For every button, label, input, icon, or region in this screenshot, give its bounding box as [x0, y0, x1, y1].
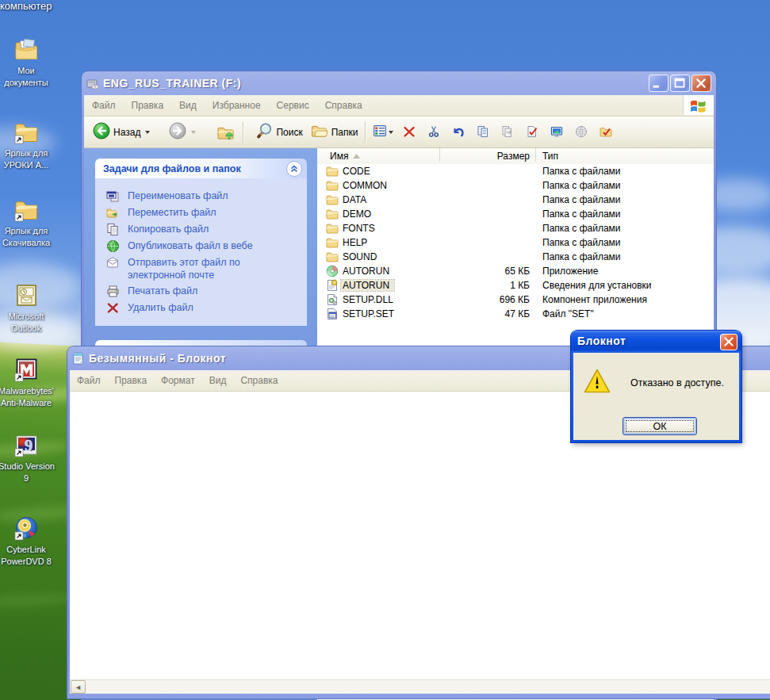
scroll-left-button[interactable]: ◄ — [71, 680, 86, 694]
folders-button[interactable]: Папки — [307, 122, 362, 142]
task-rename[interactable]: Переименовать файл — [106, 189, 302, 203]
file-row-SETUP.SET[interactable]: SETUP.SET47 КБФайл "SET" — [317, 307, 714, 321]
file-name: CODE — [341, 166, 372, 177]
notepad-menu-Формат[interactable]: Формат — [154, 375, 202, 386]
desktop-icon-studio-version-9[interactable]: 9Studio Version9 — [0, 432, 54, 484]
task-delete[interactable]: Удалить файл — [106, 301, 302, 315]
desktop-label-computer[interactable]: компьютер — [0, 1, 119, 13]
folder-shortcut-uroki-icon — [13, 119, 40, 145]
back-icon — [93, 122, 110, 142]
file-row-FONTS[interactable]: FONTSПапка с файлами — [317, 221, 714, 235]
copy-icon — [477, 125, 490, 139]
column-header-type[interactable]: Тип — [536, 148, 714, 162]
file-size: 65 КБ — [440, 266, 530, 277]
delete-button[interactable] — [397, 125, 422, 139]
desktop-icon-malwarebytes[interactable]: Malwarebytes'Anti-Malware — [0, 357, 54, 408]
file-type: Папка с файлами — [542, 251, 621, 262]
desktop-icon-cyberlink-powerdvd[interactable]: CyberLinkPowerDVD 8 — [0, 515, 54, 567]
desktop-icon-my-documents[interactable]: Моидокументы — [0, 36, 54, 88]
menu-Сервис[interactable]: Сервис — [269, 100, 317, 111]
file-tasks-pane: Задачи для файлов и папок Переименовать … — [95, 159, 307, 326]
file-row-CODE[interactable]: CODEПапка с файлами — [317, 164, 714, 178]
views-button[interactable] — [369, 124, 397, 140]
file-dll-icon — [326, 293, 339, 306]
explorer-menubar: ФайлПравкаВидИзбранноеСервисСправка — [84, 95, 714, 117]
copy-button[interactable] — [471, 125, 496, 139]
favorites-button[interactable] — [594, 125, 619, 139]
file-row-SETUP.DLL[interactable]: SETUP.DLL696 КБКомпонент приложения — [317, 293, 714, 307]
menu-Вид[interactable]: Вид — [171, 100, 205, 111]
desktop-icon-label: Скачивалка — [0, 237, 54, 249]
file-name: DATA — [341, 194, 368, 205]
column-header-size[interactable]: Размер — [440, 148, 536, 162]
task-print[interactable]: Печатать файл — [106, 285, 302, 298]
file-row-HELP[interactable]: HELPПапка с файлами — [317, 235, 714, 250]
cut-button[interactable] — [422, 125, 446, 139]
search-button[interactable]: Поиск — [251, 122, 306, 142]
desktop-icon-microsoft-outlook[interactable]: MicrosoftOutlook — [0, 282, 54, 334]
minimize-button[interactable] — [649, 75, 668, 92]
move-to-button[interactable] — [496, 125, 520, 139]
file-type: Файл "SET" — [542, 308, 594, 319]
menu-Избранное[interactable]: Избранное — [205, 100, 269, 111]
folder-check-icon — [600, 125, 613, 139]
notepad-menu-Справка[interactable]: Справка — [233, 375, 285, 386]
desktop-icon-label: Ярлык для — [0, 147, 54, 159]
file-row-AUTORUN[interactable]: AUTORUN1 КБСведения для установки — [317, 278, 714, 293]
menu-Файл[interactable]: Файл — [84, 100, 124, 111]
horizontal-scrollbar[interactable]: ◄ — [70, 679, 770, 694]
globe-button[interactable] — [569, 125, 594, 139]
search-icon — [255, 122, 273, 142]
ok-button[interactable]: ОК — [623, 417, 697, 435]
column-header-name-label: Имя — [330, 151, 348, 162]
task-move-icon — [106, 206, 120, 220]
file-row-DEMO[interactable]: DEMOПапка с файлами — [317, 207, 714, 221]
file-name: COMMON — [341, 180, 389, 191]
notepad-menu-Вид[interactable]: Вид — [202, 375, 234, 386]
explorer-titlebar[interactable]: ENG_RUS_TRAINER (F:) — [82, 71, 716, 95]
file-folder-icon — [326, 251, 339, 263]
malwarebytes-icon — [13, 357, 40, 383]
task-move[interactable]: Переместить файл — [106, 206, 302, 220]
check-button[interactable] — [520, 125, 545, 139]
close-button[interactable] — [691, 75, 711, 92]
forward-button[interactable] — [165, 122, 200, 142]
file-tasks-header[interactable]: Задачи для файлов и папок — [95, 159, 307, 178]
dialog-titlebar[interactable]: Блокнот — [571, 331, 741, 351]
notepad-menu-Файл[interactable]: Файл — [70, 375, 108, 386]
file-folder-icon — [326, 208, 339, 220]
file-type: Папка с файлами — [542, 180, 621, 191]
file-row-AUTORUN[interactable]: AUTORUN65 КБПриложение — [317, 264, 714, 278]
task-copy[interactable]: Копировать файл — [106, 223, 302, 236]
task-label: Опубликовать файл в вебе — [128, 239, 253, 252]
undo-button[interactable] — [446, 125, 471, 140]
file-row-SOUND[interactable]: SOUNDПапка с файлами — [317, 250, 714, 264]
file-type: Папка с файлами — [542, 208, 621, 220]
menu-Правка[interactable]: Правка — [124, 100, 172, 111]
desktop-icon-label: Outlook — [0, 323, 54, 335]
map-drive-button[interactable] — [545, 125, 569, 139]
desktop-icon-folder-shortcut-skachivalka[interactable]: Ярлык дляСкачивалка — [0, 197, 54, 248]
task-email[interactable]: Отправить этот файл по электронной почте — [106, 256, 302, 281]
task-publish[interactable]: Опубликовать файл в вебе — [106, 239, 302, 253]
dialog-title: Блокнот — [577, 335, 626, 347]
back-button[interactable]: Назад — [89, 122, 154, 142]
undo-icon — [452, 125, 466, 140]
map-drive-icon — [550, 125, 564, 139]
desktop-icon-label: Мои — [0, 65, 54, 77]
maximize-button[interactable] — [670, 75, 690, 92]
column-header-name[interactable]: Имя — [317, 148, 440, 162]
desktop-icon-folder-shortcut-uroki[interactable]: Ярлык дляУРОКИ А... — [0, 119, 54, 170]
file-row-COMMON[interactable]: COMMONПапка с файлами — [317, 178, 714, 193]
microsoft-outlook-icon — [13, 282, 40, 308]
up-button[interactable] — [213, 123, 239, 142]
menu-Справка[interactable]: Справка — [317, 100, 370, 111]
collapse-chevron-icon[interactable] — [286, 161, 302, 177]
dialog-close-button[interactable] — [720, 334, 737, 350]
my-documents-icon — [13, 36, 40, 63]
notepad-icon — [72, 352, 85, 365]
file-name: HELP — [341, 237, 369, 248]
file-tasks-items: Переименовать файлПереместить файлКопиро… — [95, 178, 307, 326]
file-row-DATA[interactable]: DATAПапка с файлами — [317, 193, 714, 207]
notepad-menu-Правка[interactable]: Правка — [108, 375, 155, 386]
